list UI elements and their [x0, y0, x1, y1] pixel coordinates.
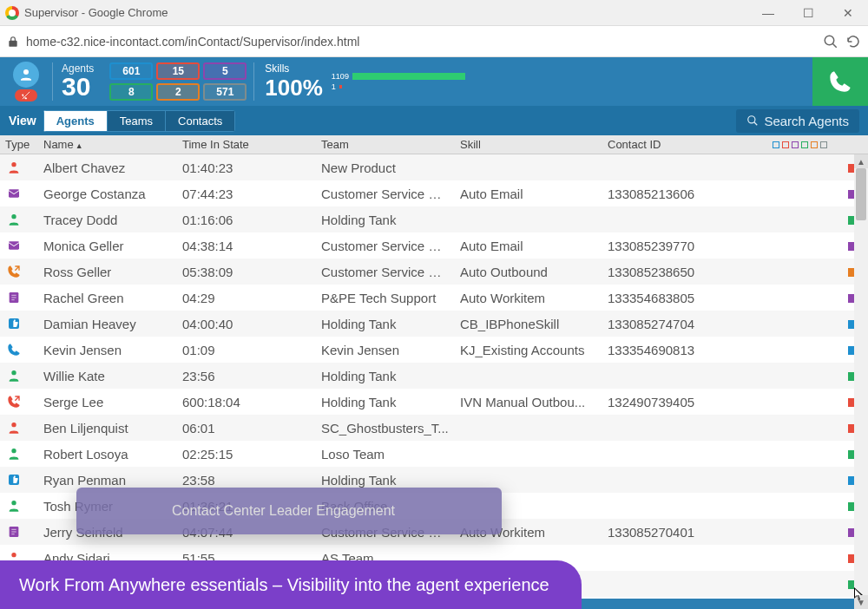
skills-value: 100%	[265, 75, 323, 102]
mute-badge-icon	[15, 89, 37, 102]
svg-point-6	[11, 162, 16, 167]
agents-count: 30	[62, 74, 94, 100]
team-name: Holding Tank	[316, 213, 455, 227]
team-name: P&PE Tech Support	[316, 291, 455, 305]
team-name: Loso Team	[316, 447, 455, 462]
window-maximize-button[interactable]: ☐	[788, 0, 828, 26]
phone-out-icon	[5, 393, 23, 410]
avatar-icon	[13, 62, 39, 88]
tab-teams[interactable]: Teams	[108, 110, 166, 132]
window-titlebar: Supervisor - Google Chrome — ☐ ✕	[0, 0, 868, 26]
legend-square[interactable]	[792, 141, 799, 148]
supervisor-avatar-block[interactable]	[0, 57, 52, 106]
tab-contacts[interactable]: Contacts	[166, 110, 235, 132]
time-in-state: 04:29	[177, 291, 316, 305]
table-row[interactable]: Ross Geller05:38:09Customer Service M...…	[0, 259, 868, 285]
table-row[interactable]: Rachel Green04:29P&PE Tech SupportAuto W…	[0, 285, 868, 311]
skill-name: Auto Email	[455, 187, 602, 201]
svg-point-24	[11, 553, 16, 557]
col-team[interactable]: Team	[316, 138, 455, 151]
scroll-up-button[interactable]: ▲	[854, 154, 868, 168]
view-label: View	[9, 114, 36, 128]
scroll-down-button[interactable]: ▼	[854, 595, 868, 609]
table-row[interactable]: Serge Lee600:18:04Holding TankIVN Manual…	[0, 389, 868, 415]
status-pill[interactable]: 5	[203, 62, 247, 80]
time-in-state: 23:58	[177, 473, 316, 488]
scroll-thumb[interactable]	[856, 168, 866, 220]
svg-point-16	[11, 422, 16, 427]
legend-square[interactable]	[773, 141, 779, 148]
table-row[interactable]: Ben Liljenquist06:01SC_Ghostbusters_T...	[0, 415, 868, 441]
agent-name: Damian Heavey	[38, 317, 177, 331]
status-pill[interactable]: 2	[156, 83, 200, 101]
doc-icon	[5, 289, 23, 306]
agents-label: Agents	[62, 63, 94, 74]
status-pill[interactable]: 571	[203, 83, 247, 101]
contact-id: 133354690813	[602, 343, 767, 357]
table-row[interactable]: Albert Chavez01:40:23New Product	[0, 154, 868, 180]
skills-bot-count: 1	[332, 82, 336, 91]
col-name[interactable]: Name▲	[38, 138, 177, 151]
mail-icon	[5, 237, 23, 254]
thumb-icon	[5, 315, 23, 332]
window-controls: — ☐ ✕	[748, 0, 868, 26]
status-pill[interactable]: 8	[109, 83, 153, 101]
contact-id: 133085213606	[602, 187, 767, 201]
contact-id: 133085239770	[602, 239, 767, 253]
contact-id: 133085270401	[602, 525, 767, 540]
browser-address-bar: home-c32.nice-incontact.com/inContact/Su…	[0, 26, 868, 57]
chrome-icon	[5, 6, 19, 20]
legend-square[interactable]	[801, 141, 808, 148]
svg-rect-7	[9, 189, 19, 197]
col-skill[interactable]: Skill	[455, 138, 602, 151]
team-name: Customer Service M...	[316, 239, 455, 253]
lock-icon	[7, 36, 19, 48]
col-time[interactable]: Time In State	[177, 138, 316, 151]
refresh-icon[interactable]	[845, 34, 861, 49]
team-name: Holding Tank	[316, 369, 455, 383]
skill-name: Auto Email	[455, 239, 602, 253]
zoom-icon[interactable]	[823, 34, 838, 49]
team-name: Holding Tank	[316, 395, 455, 409]
table-row[interactable]: Willie Kate23:56Holding Tank	[0, 363, 868, 389]
table-row[interactable]: Kevin Jensen01:09Kevin JensenKJ_Existing…	[0, 337, 868, 363]
tab-agents[interactable]: Agents	[43, 110, 108, 132]
window-close-button[interactable]: ✕	[828, 0, 868, 26]
legend-square[interactable]	[782, 141, 789, 148]
skill-name: Auto Outbound	[455, 265, 602, 279]
legend-square[interactable]	[811, 141, 818, 148]
status-pill[interactable]: 15	[156, 62, 200, 80]
status-pill[interactable]: 601	[109, 62, 153, 80]
agents-stat: Agents 30	[53, 57, 102, 106]
table-row[interactable]: Tracey Dodd01:16:06Holding Tank	[0, 206, 868, 232]
table-header: Type Name▲ Time In State Team Skill Cont…	[0, 135, 868, 154]
time-in-state: 02:25:15	[177, 447, 316, 462]
svg-point-0	[825, 36, 834, 45]
call-button[interactable]	[812, 57, 868, 106]
col-type[interactable]: Type	[0, 138, 38, 151]
time-in-state: 05:38:09	[177, 265, 316, 279]
table-row[interactable]: George Costanza07:44:23Customer Service …	[0, 180, 868, 206]
agent-name: Monica Geller	[38, 239, 177, 253]
legend-square[interactable]	[820, 141, 827, 148]
skill-name: IVN Manual Outbou...	[455, 395, 602, 409]
footer-strip	[582, 599, 854, 609]
status-pill-grid: 60115582571	[102, 57, 253, 106]
status-legend	[767, 141, 837, 148]
time-in-state: 01:16:06	[177, 213, 316, 227]
agent-name: Willie Kate	[38, 369, 177, 383]
url-text[interactable]: home-c32.nice-incontact.com/inContact/Su…	[26, 35, 816, 49]
person-icon	[5, 445, 23, 462]
view-tabs: AgentsTeamsContacts	[43, 110, 236, 132]
time-in-state: 04:00:40	[177, 317, 316, 331]
agent-table: Albert Chavez01:40:23New ProductGeorge C…	[0, 154, 868, 609]
table-row[interactable]: Monica Geller04:38:14Customer Service M.…	[0, 232, 868, 259]
vertical-scrollbar[interactable]: ▲ ▼	[854, 154, 868, 609]
col-contact[interactable]: Contact ID	[602, 138, 767, 151]
search-agents-input[interactable]: Search Agents	[736, 109, 859, 133]
table-row[interactable]: Robert Losoya02:25:15Loso Team	[0, 441, 868, 467]
table-row[interactable]: Damian Heavey04:00:40Holding TankCB_IBPh…	[0, 311, 868, 337]
svg-point-17	[11, 449, 16, 453]
search-icon	[746, 115, 759, 127]
window-minimize-button[interactable]: —	[748, 0, 788, 26]
